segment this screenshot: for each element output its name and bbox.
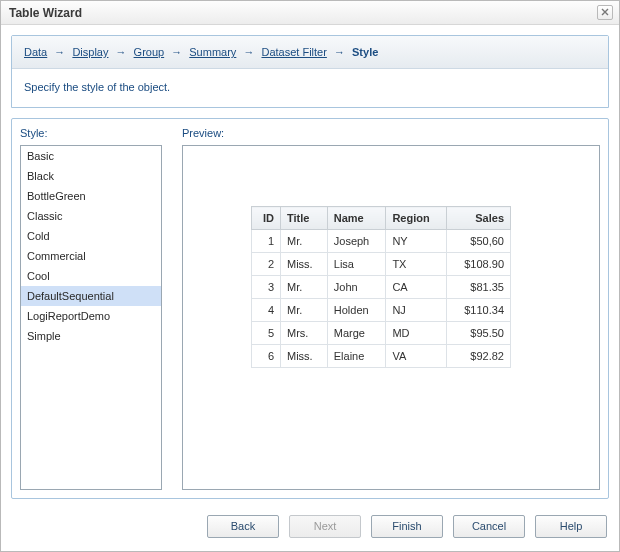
style-label: Style: (20, 127, 162, 139)
list-item[interactable]: Black (21, 166, 161, 186)
table-cell: Lisa (327, 253, 386, 276)
table-row: 2Miss.LisaTX$108.90 (252, 253, 511, 276)
table-cell: Mr. (281, 276, 328, 299)
breadcrumb-link[interactable]: Display (72, 46, 108, 58)
description: Specify the style of the object. (12, 69, 608, 107)
table-cell: MD (386, 322, 447, 345)
table-cell: Mr. (281, 299, 328, 322)
list-item[interactable]: LogiReportDemo (21, 306, 161, 326)
table-cell: 5 (252, 322, 281, 345)
table-header: ID (252, 207, 281, 230)
table-cell: $92.82 (447, 345, 511, 368)
breadcrumb-current: Style (352, 46, 378, 58)
list-item[interactable]: DefaultSequential (21, 286, 161, 306)
table-cell: 4 (252, 299, 281, 322)
table-header: Region (386, 207, 447, 230)
table-cell: 1 (252, 230, 281, 253)
preview-table: IDTitleNameRegionSales1Mr.JosephNY$50,60… (251, 206, 511, 368)
table-cell: NJ (386, 299, 447, 322)
table-row: 6Miss.ElaineVA$92.82 (252, 345, 511, 368)
list-item[interactable]: Classic (21, 206, 161, 226)
table-cell: Joseph (327, 230, 386, 253)
table-cell: $95.50 (447, 322, 511, 345)
arrow-icon: → (240, 46, 257, 58)
table-cell: $81.35 (447, 276, 511, 299)
body-panel: Style: BasicBlackBottleGreenClassicColdC… (11, 118, 609, 499)
preview-column: Preview: IDTitleNameRegionSales1Mr.Josep… (182, 127, 600, 490)
preview-label: Preview: (182, 127, 600, 139)
table-cell: TX (386, 253, 447, 276)
table-cell: Holden (327, 299, 386, 322)
table-cell: Miss. (281, 345, 328, 368)
breadcrumb-link[interactable]: Data (24, 46, 47, 58)
table-cell: Marge (327, 322, 386, 345)
table-cell: $50,60 (447, 230, 511, 253)
arrow-icon: → (168, 46, 185, 58)
table-header: Sales (447, 207, 511, 230)
table-cell: 6 (252, 345, 281, 368)
footer: Back Next Finish Cancel Help (1, 509, 619, 551)
table-row: 5Mrs.MargeMD$95.50 (252, 322, 511, 345)
list-item[interactable]: BottleGreen (21, 186, 161, 206)
table-cell: Mrs. (281, 322, 328, 345)
breadcrumb-link[interactable]: Summary (189, 46, 236, 58)
breadcrumb-link[interactable]: Group (134, 46, 165, 58)
table-cell: $110.34 (447, 299, 511, 322)
style-column: Style: BasicBlackBottleGreenClassicColdC… (20, 127, 162, 490)
titlebar: Table Wizard (1, 1, 619, 25)
list-item[interactable]: Cold (21, 226, 161, 246)
cancel-button[interactable]: Cancel (453, 515, 525, 538)
breadcrumb-link[interactable]: Dataset Filter (261, 46, 326, 58)
table-cell: 3 (252, 276, 281, 299)
list-item[interactable]: Basic (21, 146, 161, 166)
back-button[interactable]: Back (207, 515, 279, 538)
table-row: 3Mr.JohnCA$81.35 (252, 276, 511, 299)
table-row: 1Mr.JosephNY$50,60 (252, 230, 511, 253)
list-item[interactable]: Commercial (21, 246, 161, 266)
list-item[interactable]: Cool (21, 266, 161, 286)
help-button[interactable]: Help (535, 515, 607, 538)
close-button[interactable] (597, 5, 613, 20)
finish-button[interactable]: Finish (371, 515, 443, 538)
close-icon (601, 7, 609, 18)
table-cell: Elaine (327, 345, 386, 368)
table-header: Name (327, 207, 386, 230)
table-cell: 2 (252, 253, 281, 276)
header-panel: Data → Display → Group → Summary → Datas… (11, 35, 609, 108)
table-cell: CA (386, 276, 447, 299)
dialog-window: Table Wizard Data → Display → Group → Su… (0, 0, 620, 552)
table-cell: VA (386, 345, 447, 368)
breadcrumb: Data → Display → Group → Summary → Datas… (12, 36, 608, 69)
table-cell: Mr. (281, 230, 328, 253)
list-item[interactable]: Simple (21, 326, 161, 346)
arrow-icon: → (112, 46, 129, 58)
window-title: Table Wizard (9, 6, 82, 20)
preview-box: IDTitleNameRegionSales1Mr.JosephNY$50,60… (182, 145, 600, 490)
arrow-icon: → (51, 46, 68, 58)
table-header: Title (281, 207, 328, 230)
next-button: Next (289, 515, 361, 538)
table-cell: John (327, 276, 386, 299)
arrow-icon: → (331, 46, 348, 58)
table-cell: Miss. (281, 253, 328, 276)
table-cell: $108.90 (447, 253, 511, 276)
style-listbox[interactable]: BasicBlackBottleGreenClassicColdCommerci… (20, 145, 162, 490)
table-row: 4Mr.HoldenNJ$110.34 (252, 299, 511, 322)
table-cell: NY (386, 230, 447, 253)
